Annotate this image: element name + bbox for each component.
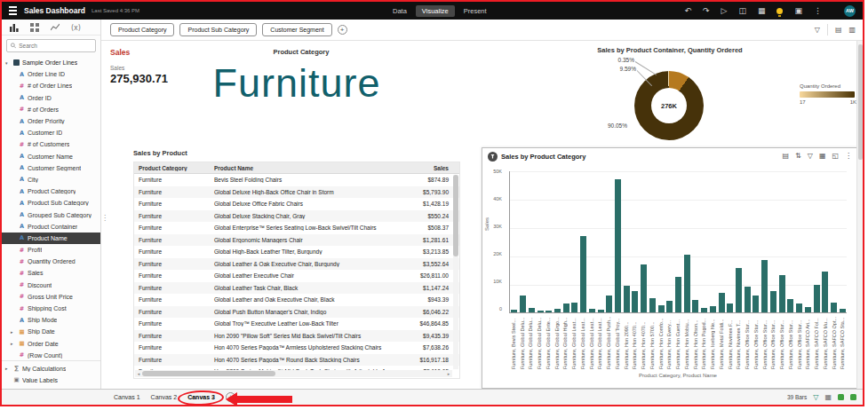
undo-icon[interactable]: ↶ — [684, 7, 691, 15]
color-icon[interactable]: ▦ — [819, 153, 826, 160]
bar-chart-panel[interactable]: Sales by Product Category ▤⇅▽▦◱⋮ Sales 5… — [482, 147, 858, 389]
dataset-sample-order-lines[interactable]: ▾ Sample Order Lines — [2, 57, 100, 68]
export-icon[interactable]: ◫ — [738, 7, 746, 15]
table-row[interactable]: FurnitureGlobal High-Back Leather Tilter… — [134, 246, 459, 258]
redo-icon[interactable]: ↷ — [703, 7, 710, 15]
table-row[interactable]: FurnitureGlobal Enterprise™ Series Seati… — [134, 222, 459, 234]
scroll-right-icon[interactable]: ▸ — [445, 371, 452, 376]
scrollbar-thumb[interactable] — [453, 175, 458, 256]
bar[interactable] — [779, 275, 785, 312]
bar[interactable] — [831, 303, 837, 312]
add-canvas-button[interactable]: + — [226, 392, 235, 402]
bar[interactable] — [796, 304, 802, 312]
bar[interactable] — [571, 303, 577, 312]
scroll-left-icon[interactable]: ◂ — [135, 371, 142, 376]
table-row[interactable]: FurnitureBevis Steel Folding Chairs$874.… — [134, 174, 459, 186]
menu-icon[interactable] — [9, 6, 17, 8]
bar[interactable] — [701, 308, 707, 312]
field-order-line-id[interactable]: AOrder Line ID — [2, 68, 100, 80]
layout-indicator-icon[interactable] — [838, 394, 844, 400]
field-product-name[interactable]: AProduct Name — [2, 233, 100, 244]
filter-pill-product-sub-category[interactable]: Product Sub Category — [179, 23, 257, 36]
filter-indicator-icon[interactable]: ▽ — [813, 394, 818, 401]
field-value-labels[interactable]: ▣Value Labels — [2, 375, 100, 386]
properties-icon[interactable]: ▥ — [848, 26, 856, 34]
field-gross-unit-price[interactable]: #Gross Unit Price — [2, 291, 100, 303]
export-icon[interactable]: ▤ — [782, 153, 789, 160]
field-my-calculations[interactable]: ▸∑My Calculations — [2, 363, 100, 375]
bar[interactable] — [632, 291, 638, 312]
bar[interactable] — [753, 296, 759, 312]
field-order-id[interactable]: AOrder ID — [2, 92, 100, 104]
bar[interactable] — [770, 291, 776, 312]
table-row[interactable]: FurnitureGlobal Push Button Manager's Ch… — [134, 306, 459, 319]
data-tab-icon[interactable] — [10, 23, 19, 32]
canvas-tab-canvas-2[interactable]: Canvas 2 — [146, 390, 183, 405]
bar[interactable] — [840, 309, 846, 312]
bar[interactable] — [545, 311, 552, 312]
mode-tab-present[interactable]: Present — [464, 7, 487, 15]
field-product-sub-category[interactable]: AProduct Sub Category — [2, 197, 100, 209]
bar[interactable] — [814, 285, 820, 312]
field-grouped-sub-category[interactable]: AGrouped Sub Category — [2, 209, 100, 220]
bar[interactable] — [684, 255, 690, 312]
table-row[interactable]: FurnitureGlobal Ergonomic Managers Chair… — [134, 234, 459, 247]
table-row[interactable]: FurnitureHon 4070 Series Pagoda™ Round B… — [134, 354, 459, 367]
sort-icon[interactable]: ⇅ — [795, 153, 801, 160]
canvas-scrollbar[interactable] — [856, 41, 863, 389]
field-row-count[interactable]: #(Row Count) — [2, 350, 100, 360]
table-horizontal-scrollbar[interactable]: ◂ ▸ — [135, 370, 452, 377]
field-of-orders[interactable]: ## of Orders — [2, 104, 100, 115]
field-ship-date[interactable]: ▸▦Ship Date — [2, 326, 100, 337]
bar[interactable] — [615, 179, 621, 312]
bar[interactable] — [710, 306, 716, 312]
bar[interactable] — [589, 309, 595, 312]
layout-indicator-icon[interactable] — [850, 394, 856, 400]
field-quantity-ordered[interactable]: #Quantity Ordered — [2, 256, 100, 267]
bar[interactable] — [554, 309, 561, 312]
calculations-tab-icon[interactable]: (x) — [71, 23, 82, 32]
field-discount[interactable]: #Discount — [2, 280, 100, 291]
field-order-priority[interactable]: AOrder Priority — [2, 115, 100, 127]
canvas-tab-canvas-3[interactable]: Canvas 3 — [182, 390, 220, 405]
bar[interactable] — [598, 310, 604, 312]
bar[interactable] — [649, 298, 656, 312]
bar[interactable] — [719, 293, 725, 312]
table-row[interactable]: FurnitureGlobal Deluxe Stacking Chair, G… — [134, 210, 459, 223]
filter-pill-product-category[interactable]: Product Category — [110, 23, 174, 36]
table-row[interactable]: FurnitureHon 4070 Series Pagoda™ Armless… — [134, 342, 459, 354]
grid-view-icon[interactable]: ▦ — [824, 394, 832, 401]
panel-resize-handle[interactable]: ⋮ — [101, 215, 108, 222]
field-of-order-lines[interactable]: ## of Order Lines — [2, 80, 100, 91]
bar[interactable] — [745, 287, 751, 312]
scrollbar-thumb[interactable] — [142, 371, 275, 376]
bar[interactable] — [624, 286, 630, 312]
bar[interactable] — [529, 308, 535, 312]
canvas-tab-canvas-1[interactable]: Canvas 1 — [108, 390, 146, 405]
bar-plot[interactable] — [509, 171, 847, 313]
table-row[interactable]: FurnitureGlobal Leather & Oak Executive … — [134, 258, 459, 271]
filter-icon[interactable]: ▽ — [815, 26, 820, 34]
table-vertical-scrollbar[interactable] — [453, 175, 458, 369]
bar[interactable] — [641, 264, 647, 312]
bar[interactable] — [563, 304, 569, 312]
apps-icon[interactable]: ▦ — [758, 7, 766, 15]
field-sales[interactable]: #Sales — [2, 267, 100, 279]
collapse-caret-icon[interactable]: ▾ — [5, 60, 11, 66]
field-profit[interactable]: #Profit — [2, 244, 100, 256]
field-product-container[interactable]: AProduct Container — [2, 221, 100, 233]
avatar[interactable]: AW — [844, 5, 856, 17]
table-row[interactable]: FurnitureGlobal Deluxe Office Fabric Cha… — [134, 198, 459, 210]
table-row[interactable]: FurnitureGlobal Deluxe High-Back Office … — [134, 186, 459, 199]
more-icon[interactable]: ⋮ — [814, 7, 822, 15]
table-row[interactable]: FurnitureGlobal Leather Task Chair, Blac… — [134, 282, 459, 295]
field-customer-id[interactable]: ACustomer ID — [2, 127, 100, 138]
category-value[interactable]: Furniture — [146, 60, 448, 106]
field-ship-mode[interactable]: AShip Mode — [2, 314, 100, 326]
field-order-date[interactable]: ▸▦Order Date — [2, 338, 100, 350]
bar[interactable] — [787, 299, 793, 312]
bar[interactable] — [805, 307, 811, 312]
field-customer-name[interactable]: ACustomer Name — [2, 151, 100, 162]
scrollbar-thumb[interactable] — [858, 44, 863, 160]
table-row[interactable]: FurnitureHon 2090 "Pillow Soft" Series M… — [134, 330, 459, 343]
